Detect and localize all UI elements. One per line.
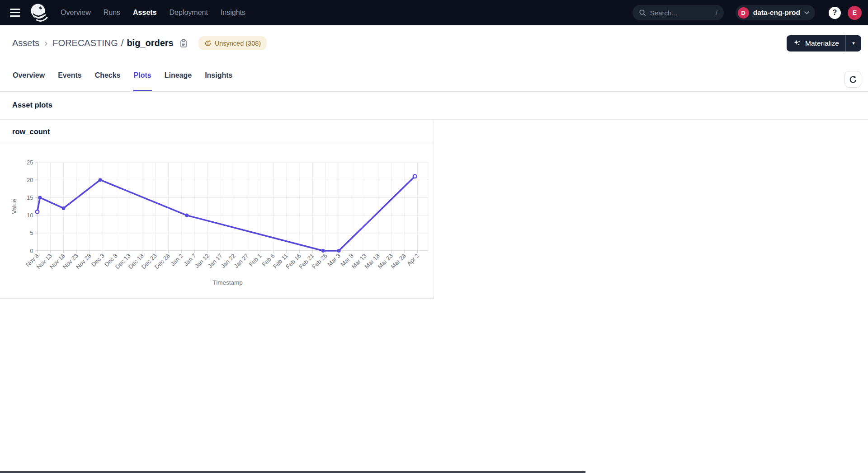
sync-alert-icon (204, 40, 212, 47)
y-axis-title: Value (11, 199, 18, 214)
breadcrumb: Assets › FORECASTING / big_orders (12, 38, 188, 48)
chart-point (185, 214, 189, 217)
caret-down-icon: ▾ (852, 40, 855, 46)
nav-item-assets[interactable]: Assets (133, 9, 156, 17)
chart-point (321, 249, 325, 253)
question-mark-icon: ? (833, 9, 837, 17)
menu-button[interactable] (7, 5, 24, 21)
search-placeholder: Search... (650, 9, 712, 17)
nav-item-overview[interactable]: Overview (61, 9, 91, 17)
refresh-button[interactable] (844, 71, 861, 88)
y-tick-label: 10 (27, 212, 33, 219)
user-avatar[interactable]: E (848, 6, 862, 20)
row-count-plot-card: row_count Nov 8Nov 13Nov 18Nov 23Nov 28D… (0, 120, 434, 299)
chart-point (337, 249, 341, 253)
materialize-split-button: Materialize ▾ (787, 35, 861, 52)
primary-nav: Overview Runs Assets Deployment Insights (61, 9, 245, 17)
bottom-scrollbar[interactable] (0, 471, 585, 473)
chart-container: Nov 8Nov 13Nov 18Nov 23Nov 28Dec 3Dec 8D… (0, 143, 434, 299)
x-tick-label: Feb 1 (248, 253, 263, 268)
tab-insights[interactable]: Insights (204, 61, 233, 91)
chart-point (36, 210, 39, 214)
tab-overview[interactable]: Overview (12, 61, 45, 91)
sparkles-icon (793, 39, 802, 47)
breadcrumb-separator: / (121, 38, 124, 48)
unsynced-label: Unsynced (308) (215, 40, 261, 47)
tab-events[interactable]: Events (57, 61, 82, 91)
tab-lineage[interactable]: Lineage (164, 61, 192, 91)
x-tick-label: Dec 3 (90, 253, 106, 268)
deployment-switcher[interactable]: D data-eng-prod (736, 5, 815, 20)
search-shortcut-hint: / (716, 9, 717, 17)
nav-item-runs[interactable]: Runs (104, 9, 120, 17)
help-button[interactable]: ? (829, 7, 841, 19)
x-tick-label: Jan 2 (170, 253, 184, 267)
search-icon (639, 9, 646, 16)
breadcrumb-asset-name: big_orders (127, 38, 173, 48)
tab-plots[interactable]: Plots (133, 61, 152, 91)
nav-item-insights[interactable]: Insights (221, 9, 245, 17)
x-axis-title: Timestamp (213, 279, 243, 286)
chart-point (62, 206, 66, 210)
refresh-icon (849, 75, 858, 84)
dagster-logo-icon (28, 2, 49, 23)
top-navbar: Overview Runs Assets Deployment Insights… (0, 0, 868, 25)
chart-point (38, 196, 42, 199)
asset-tabs: Overview Events Checks Plots Lineage Ins… (0, 61, 868, 92)
chart-point (413, 175, 417, 178)
y-tick-label: 5 (30, 229, 33, 236)
page-title: Asset plots (0, 92, 868, 120)
y-tick-label: 15 (27, 194, 33, 201)
breadcrumb-assets-link[interactable]: Assets (12, 38, 39, 48)
materialize-button[interactable]: Materialize (787, 35, 845, 52)
deployment-badge: D (738, 7, 749, 19)
breadcrumb-chevron-icon: › (44, 38, 47, 48)
x-tick-label: Apr 2 (406, 253, 420, 267)
x-tick-label: Mar 3 (326, 253, 342, 268)
clipboard-icon (179, 39, 188, 48)
copy-asset-name-button[interactable] (179, 39, 188, 48)
plot-title: row_count (0, 120, 434, 143)
chart-line (38, 176, 415, 251)
breadcrumb-group[interactable]: FORECASTING (52, 38, 118, 48)
x-tick-label: Feb 26 (311, 253, 328, 270)
materialize-label: Materialize (805, 39, 839, 47)
x-tick-label: Mar 28 (389, 253, 407, 270)
y-tick-label: 25 (27, 159, 33, 166)
search-input[interactable]: Search... / (632, 5, 724, 20)
nav-item-deployment[interactable]: Deployment (170, 9, 208, 17)
y-tick-label: 20 (27, 177, 33, 183)
chart-point (99, 178, 102, 182)
tab-checks[interactable]: Checks (94, 61, 121, 91)
deployment-name: data-eng-prod (753, 9, 800, 17)
row-count-chart: Nov 8Nov 13Nov 18Nov 23Nov 28Dec 3Dec 8D… (0, 143, 434, 299)
materialize-options-caret[interactable]: ▾ (846, 35, 861, 52)
asset-header: Assets › FORECASTING / big_orders (0, 25, 868, 61)
unsynced-status-badge[interactable]: Unsynced (308) (198, 36, 267, 50)
y-tick-label: 0 (30, 248, 33, 254)
dagster-logo[interactable] (27, 1, 51, 24)
x-tick-label: Jan 27 (232, 253, 250, 270)
chevron-down-icon (804, 11, 809, 14)
